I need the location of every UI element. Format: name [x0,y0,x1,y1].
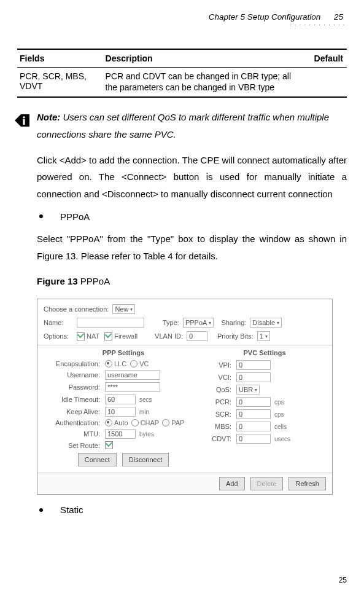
lbl-username: Username: [44,371,105,379]
page-header: Chapter 5 Setup Configuration 25 [17,12,347,22]
bullet-dot-icon [39,508,43,512]
note-text: Users can set different QoS to mark diff… [37,112,329,139]
lbl-name: Name: [44,319,73,326]
lbl-priobits: Priority Bits: [217,332,254,340]
lbl-password: Password: [44,383,105,391]
th-description: Description [103,49,294,68]
th-default: Default [294,49,347,68]
refresh-button[interactable]: Refresh [288,477,326,490]
lbl-pcr: PCR: [203,398,236,406]
lbl-nat: NAT [87,332,99,340]
pcr-input[interactable] [236,397,271,407]
cdvt-input[interactable] [236,434,271,444]
bullet-static-label: Static [60,505,83,515]
figure-caption: Figure 13 PPPoA [37,273,347,290]
lbl-vci: VCI: [203,374,236,381]
table-row: PCR, SCR, MBS, VDVT PCR and CDVT can be … [17,68,347,98]
qos-select[interactable]: UBR [236,385,260,395]
lbl-qos: QoS: [203,386,236,393]
ppp-settings-header: PPP Settings [44,349,203,356]
lbl-cdvt: CDVT: [203,435,236,442]
paragraph-select: Select "PPPoA" from the "Type" box to di… [37,230,347,265]
cell-default [294,68,347,98]
cell-description: PCR and CDVT can be changed in CBR type;… [103,68,294,98]
encap-llc-radio[interactable] [105,360,112,367]
lbl-firewall: Firewall [114,332,137,340]
figure-screenshot: Choose a connection: New Name: Type: PPP… [37,299,333,495]
type-select[interactable]: PPPoA [183,318,214,328]
username-input[interactable] [105,370,160,380]
scr-input[interactable] [236,409,271,419]
connect-button[interactable]: Connect [78,453,117,466]
lbl-type: Type: [163,319,179,326]
page-number-top: 25 [334,12,343,22]
th-fields: Fields [17,49,103,68]
bullet-dot-icon [39,214,43,218]
auth-chap-radio[interactable] [131,419,139,426]
page-number-bottom: 25 [339,576,347,584]
choose-select[interactable]: New [112,304,135,314]
parameters-table: Fields Description Default PCR, SCR, MBS… [17,49,347,98]
paragraph-add: Click <Add> to add the connection. The C… [37,152,347,203]
name-input[interactable] [77,318,144,328]
bullet-static: Static [37,505,347,515]
mbs-input[interactable] [236,422,271,431]
auth-pap-radio[interactable] [162,419,169,426]
priobits-select[interactable]: 1 [257,331,270,341]
svg-marker-0 [15,114,29,127]
note-paragraph: Note: Users can set different QoS to mar… [37,109,347,143]
encap-vc-radio[interactable] [130,360,137,367]
vci-input[interactable] [236,372,271,382]
lbl-vlanid: VLAN ID: [155,332,183,340]
vpi-input[interactable] [236,360,271,370]
bullet-pppoa: PPPoA [37,211,347,222]
lbl-mtu: MTU: [44,430,105,438]
svg-rect-2 [23,119,25,125]
chapter-title: Chapter 5 Setup Configuration [209,12,320,22]
lbl-sharing: Sharing: [221,319,246,326]
cell-fields: PCR, SCR, MBS, VDVT [17,68,103,98]
vlanid-input[interactable] [187,331,207,341]
lbl-setroute: Set Route: [44,442,105,449]
lbl-options: Options: [44,332,73,340]
lbl-encap: Encapsulation: [44,360,105,367]
header-dotline: · · · · · · · · · · · · [17,23,347,28]
lbl-mbs: MBS: [203,423,236,430]
keep-input[interactable] [105,407,136,417]
firewall-checkbox[interactable] [104,332,112,340]
info-icon [15,114,31,127]
add-button[interactable]: Add [219,477,245,490]
delete-button[interactable]: Delete [250,477,284,490]
nat-checkbox[interactable] [77,332,85,340]
lbl-choose: Choose a connection: [44,305,109,313]
disconnect-button[interactable]: Disconnect [122,453,169,466]
lbl-keep: Keep Alive: [44,408,105,415]
mtu-input[interactable] [105,429,136,439]
sharing-select[interactable]: Disable [250,318,282,328]
bullet-pppoa-label: PPPoA [60,211,90,222]
password-input[interactable] [105,382,160,392]
pvc-settings-header: PVC Settings [203,349,326,356]
svg-point-1 [23,116,25,119]
note-label: Note: [37,112,60,122]
figure-name: PPPoA [80,276,110,286]
lbl-vpi: VPI: [203,361,236,369]
lbl-scr: SCR: [203,410,236,418]
idle-input[interactable] [105,395,136,404]
figure-label: Figure 13 [37,276,78,286]
lbl-idle: Idle Timeout: [44,396,105,403]
auth-auto-radio[interactable] [105,419,112,426]
lbl-auth: Authentication: [44,419,105,426]
setroute-checkbox[interactable] [105,441,113,449]
